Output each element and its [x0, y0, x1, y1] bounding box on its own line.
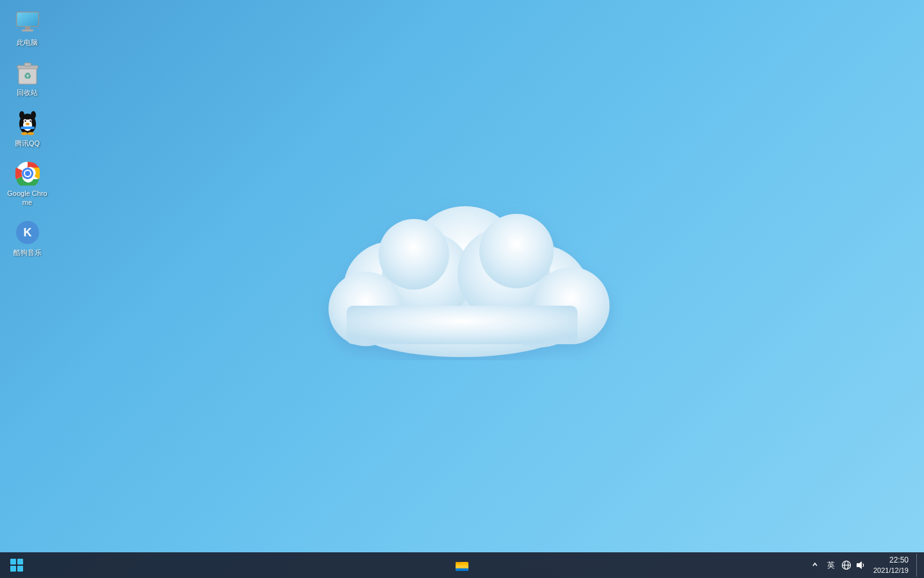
desktop-icons-container: 此电脑 ♻ 回收站: [0, 0, 55, 270]
taskbar: 英 22:50 2021/12/19: [0, 552, 924, 578]
google-chrome-icon: [15, 161, 40, 186]
desktop-icon-kuwo-music[interactable]: K 酷狗音乐: [3, 216, 51, 260]
start-button[interactable]: [5, 554, 28, 577]
taskbar-left: [5, 554, 28, 577]
kuwo-music-icon: K: [15, 220, 40, 245]
svg-text:K: K: [23, 226, 31, 239]
svg-rect-31: [21, 127, 35, 129]
taskbar-file-explorer[interactable]: [450, 554, 474, 577]
svg-point-24: [24, 120, 26, 121]
svg-rect-42: [456, 568, 468, 571]
taskbar-center-apps: [450, 554, 474, 577]
svg-marker-46: [857, 561, 862, 569]
svg-rect-10: [346, 306, 578, 344]
svg-rect-14: [22, 30, 33, 31]
svg-rect-12: [17, 12, 38, 26]
datetime-display[interactable]: 22:50 2021/12/19: [869, 555, 912, 575]
svg-point-28: [31, 111, 36, 119]
volume-icon: [855, 560, 866, 570]
network-icon[interactable]: [841, 560, 851, 570]
wallpaper-cloud: [302, 142, 622, 386]
tencent-qq-icon: [15, 110, 40, 136]
svg-text:♻: ♻: [24, 71, 31, 81]
svg-rect-41: [456, 563, 468, 565]
file-explorer-icon: [455, 558, 469, 572]
speaker-icon[interactable]: [855, 560, 866, 570]
date-display: 2021/12/19: [873, 566, 909, 575]
kuwo-music-label: 酷狗音乐: [13, 248, 42, 257]
svg-point-26: [26, 123, 30, 125]
desktop-icon-this-pc[interactable]: 此电脑: [3, 6, 51, 50]
this-pc-label: 此电脑: [17, 38, 38, 47]
desktop-icon-tencent-qq[interactable]: 腾讯QQ: [3, 107, 51, 151]
svg-point-6: [379, 219, 449, 290]
windows-logo-icon: [10, 559, 23, 572]
show-desktop-button[interactable]: [916, 554, 919, 577]
recycle-bin-label: 回收站: [17, 88, 38, 97]
svg-point-30: [28, 132, 34, 135]
taskbar-right: 英 22:50 2021/12/19: [809, 554, 919, 577]
svg-point-35: [25, 171, 30, 176]
svg-point-7: [479, 214, 554, 288]
svg-point-25: [30, 120, 31, 121]
svg-point-27: [19, 111, 24, 119]
google-chrome-label: Google Chrome: [6, 189, 48, 207]
tencent-qq-label: 腾讯QQ: [15, 139, 40, 148]
svg-point-29: [21, 132, 28, 135]
desktop: 此电脑 ♻ 回收站: [0, 0, 924, 552]
show-hidden-icons-button[interactable]: [809, 559, 821, 572]
chevron-up-icon: [812, 561, 818, 568]
this-pc-icon: [15, 10, 40, 35]
desktop-icon-google-chrome[interactable]: Google Chrome: [3, 157, 51, 211]
time-display: 22:50: [889, 555, 909, 566]
desktop-icon-recycle-bin[interactable]: ♻ 回收站: [3, 57, 51, 100]
globe-icon: [841, 560, 851, 570]
recycle-bin-icon: ♻: [15, 60, 40, 85]
language-indicator[interactable]: 英: [825, 559, 837, 572]
svg-rect-13: [25, 26, 30, 30]
svg-rect-17: [24, 63, 31, 66]
